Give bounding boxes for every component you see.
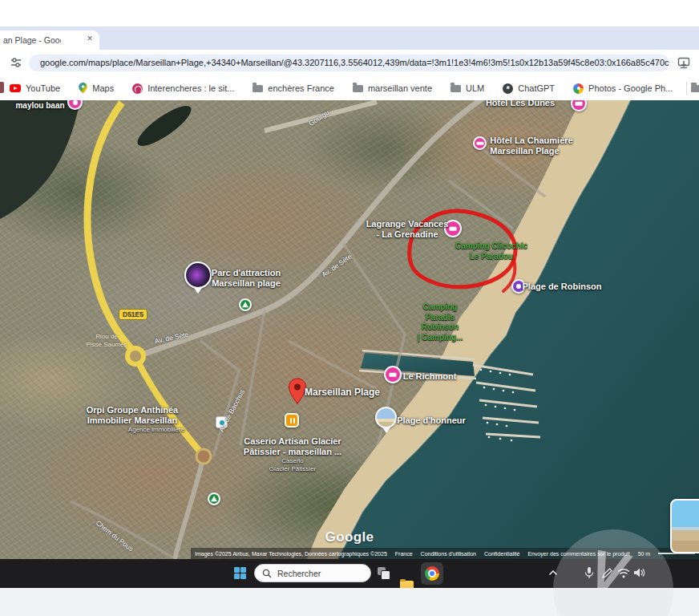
label-line: - La Grenadine [366,229,449,240]
start-button[interactable] [234,567,246,579]
attribution-terms-link[interactable]: Conditions d'utilisation [421,551,476,557]
save-to-device-icon[interactable] [677,57,690,69]
screen: an Plage - Google Maps × + google.com/ma… [0,0,699,616]
attribution-country[interactable]: France [395,551,413,557]
label-line: Marseillan plage [212,278,281,289]
lagoon [0,100,80,219]
label-line: Pâtissier - marseillan ... [244,447,341,457]
bookmark-youtube[interactable]: YouTube [10,83,60,93]
map-terrain-overlay [0,100,699,559]
label-line: Caserio Artisan Glacier [244,436,341,447]
windows-logo-icon [240,573,246,579]
bookmark-label: ULM [466,83,484,93]
task-view-button[interactable] [378,567,390,579]
sea [337,100,699,559]
label-line: | Camping... [418,333,463,343]
map-canvas[interactable]: maylou baan Hôtel Les Dunes Hôtel La Cha… [0,100,699,559]
label-line: Orpi Groupe Anthinéa [80,405,184,415]
windows-logo-icon [234,573,240,579]
address-bar[interactable]: google.com/maps/place/Marseillan+Plage,+… [29,55,669,71]
label-line: Camping Clicochic [455,241,527,252]
youtube-icon [10,84,21,92]
label-line: Parc d'attraction [212,268,281,278]
bookmark-maps[interactable]: Maps [79,83,114,94]
marker-campground-2[interactable] [208,492,220,505]
marker-plage-honneur-photo[interactable] [375,407,397,428]
label-le-richmont[interactable]: Le Richmont [403,371,457,382]
browser-toolbar: google.com/maps/place/Marseillan+Plage,+… [0,50,699,77]
label-line: Riou de [86,333,127,341]
label-orpi[interactable]: Orpi Groupe Anthinéa Immobilier Marseill… [80,405,184,434]
label-subtitle: Glacier Pâtissier [244,465,341,473]
tab-close-icon[interactable]: × [83,33,96,46]
bookmark-avocats[interactable]: avocats [691,83,699,93]
bookmark-partial-left[interactable] [0,82,4,93]
water-label-riou: Riou de Pisse Saumes [86,333,127,349]
photo-preview-card[interactable] [670,499,699,553]
label-line: Le Paradou [455,251,527,261]
marker-parc-attraction-photo[interactable] [184,261,212,289]
road-south [175,463,202,559]
bookmark-label: Maps [92,83,114,93]
google-photos-icon [573,83,584,94]
marker-glyph [73,100,78,105]
label-line: Paradis [418,313,463,323]
bed-icon [390,373,397,377]
bookmark-chatgpt[interactable]: * ChatGPT [503,83,555,94]
url-text: google.com/maps/place/Marseillan+Plage,+… [29,55,669,67]
fork-knife-icon [290,418,292,424]
folder-icon [353,85,363,92]
windows-logo-icon [234,567,240,573]
bookmark-label: YouTube [26,83,60,93]
chatgpt-icon: * [503,83,513,94]
label-plage-de-robinson[interactable]: Plage de Robinson [522,282,601,292]
road-shield-d51: D51E5 [119,309,147,320]
chrome-taskbar-button[interactable] [421,562,443,585]
search-placeholder: Rechercher [277,569,321,578]
label-lagrange-vacances[interactable]: Lagrange Vacances - La Grenadine [366,219,449,240]
label-line: Camping [418,302,463,313]
bookmark-google-photos[interactable]: Photos - Google Ph... [573,83,673,94]
folder-icon [253,85,263,92]
site-settings-icon[interactable] [10,56,22,69]
label-parc-attraction[interactable]: Parc d'attraction Marseillan plage [212,268,281,289]
taskbar-search-box[interactable]: Rechercher [254,564,371,582]
bookmark-label: Photos - Google Ph... [588,83,673,93]
label-camping-paradis-robinson[interactable]: Camping Paradis Robinson | Camping... [418,302,463,342]
maps-pin-icon [79,83,87,94]
tent-icon [242,302,248,307]
google-logo: Google [325,529,374,545]
bookmark-label: Interencheres : le sit... [147,83,234,93]
bookmark-marseillan-vente[interactable]: marseillan vente [353,83,432,93]
label-maylou-baan[interactable]: maylou baan [15,100,64,111]
label-hotel-les-dunes[interactable]: Hôtel Les Dunes [486,100,555,108]
windows-logo-icon [240,567,246,573]
marker-caserio-restaurant[interactable] [285,413,299,428]
marker-campground-1[interactable] [239,298,252,311]
roundabout-1 [127,348,143,364]
label-hotel-la-chaumiere[interactable]: Hôtel La Chaumière Marseillan Plage [490,136,572,156]
beach-icon [516,284,521,289]
folder-icon [451,85,461,92]
attribution-imagery: Images ©2025 Airbus, Maxar Technologies,… [195,551,387,557]
fork-knife-icon [293,418,295,424]
desktop-top-strip [0,0,699,26]
bookmarks-bar: YouTube Maps Interencheres : le sit... [0,76,699,101]
marker-le-richmont[interactable] [384,366,402,383]
label-marseillan-plage[interactable]: Marseillan Plage [305,387,380,398]
attribution-privacy-link[interactable]: Confidentialité [484,551,519,557]
marker-hotel-la-chaumiere[interactable] [473,136,487,150]
tab-marseillan-plage[interactable]: an Plage - Google Maps × [0,30,99,50]
bookmark-interencheres[interactable]: Interencheres : le sit... [132,83,234,94]
bookmark-label: ChatGPT [518,83,555,93]
label-plage-honneur[interactable]: Plage d'honneur [397,415,466,426]
bookmark-encheres-france[interactable]: enchères France [253,83,334,93]
search-icon [262,569,272,578]
bookmark-ulm[interactable]: ULM [451,83,484,93]
label-camping-paradou[interactable]: Camping Clicochic Le Paradou [455,241,527,261]
label-line: Hôtel La Chaumière [490,136,572,146]
bookmarks-separator [686,82,687,95]
pond [132,100,196,152]
label-caserio[interactable]: Caserio Artisan Glacier Pâtissier - mars… [244,436,341,473]
bed-icon [450,227,457,231]
